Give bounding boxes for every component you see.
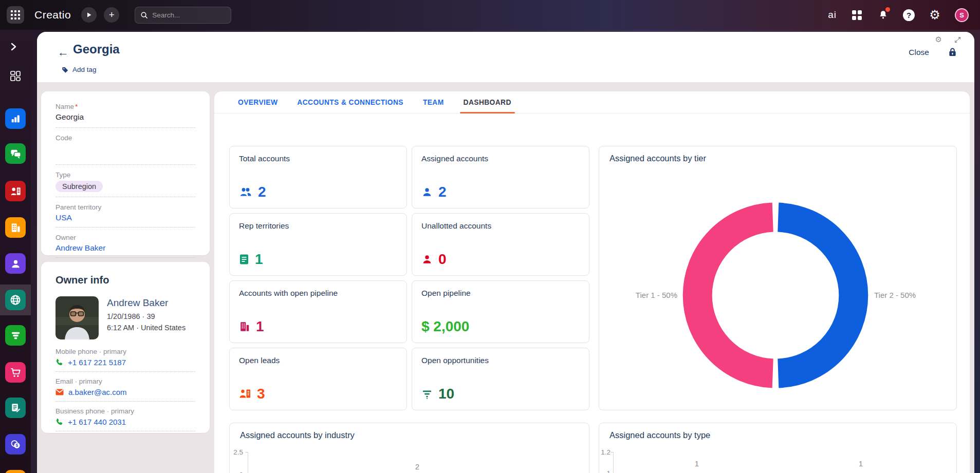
gear-icon: ⚙ [929,9,940,21]
bar-value-label: 1 [801,459,920,468]
workplaces-button[interactable] [850,9,863,21]
funnel-icon [421,388,433,400]
sidebar-item-contacts[interactable] [5,253,26,274]
donut-segment-tier2[interactable] [778,217,853,373]
sidebar-item-finance[interactable]: $ [5,434,26,455]
owner-photo [56,296,99,339]
metric-assigned-accounts: Assigned accounts 2 [412,146,589,209]
contact-mobile-phone: Mobile phone · primary +1 617 221 5187 [56,348,195,372]
add-tag-button[interactable]: Add tag [62,66,97,73]
metric-value: $ 2,000 [421,318,469,335]
sidebar-item-leads[interactable] [5,325,26,346]
question-icon: ? [907,11,911,20]
business-phone-link[interactable]: +1 617 440 2031 [68,418,126,426]
top-navbar: Creatio + ai ? ⚙ S [0,0,980,30]
donut-segment-tier1[interactable] [697,217,772,373]
app-sidebar: $ [0,30,31,473]
back-button[interactable]: ← [58,46,69,59]
metric-accounts-open-pipeline: Accounts with open pipeline 1 [229,280,407,343]
sidebar-item-territories[interactable] [5,290,26,310]
owner-link[interactable]: Andrew Baker [56,243,195,253]
cart-icon [10,367,22,379]
building-icon [239,321,250,332]
creatio-logo[interactable]: Creatio [34,9,71,21]
expand-icon[interactable] [954,36,961,43]
tab-bar: OVERVIEW ACCOUNTS & CONNECTIONS TEAM DAS… [214,91,970,113]
chart-assigned-accounts-by-tier: Assigned accounts by tier Tier 1 - 50% T… [599,146,957,410]
tab-team[interactable]: TEAM [423,91,444,113]
y-tick: 1.2 [597,448,611,456]
tick-mark [611,452,613,452]
metric-value: 2 [438,184,447,200]
owner-local-time: 6:12 AM · United States [107,324,186,332]
run-process-button[interactable] [81,7,97,23]
email-label: Email · primary [56,377,195,385]
y-axis [248,452,248,473]
user-avatar[interactable]: S [955,8,969,22]
donut-label-tier2: Tier 2 - 50% [874,291,916,299]
search-icon [140,11,148,19]
lock-button[interactable] [948,47,957,59]
email-icon [56,389,64,395]
email-link[interactable]: a.baker@ac.com [68,388,127,396]
donut-chart[interactable] [599,146,957,411]
record-header: ← Georgia Add tag ⚙ Close [37,32,974,82]
sidebar-item-workplaces[interactable] [10,70,21,84]
y-tick: 2.5 [230,448,243,456]
document-icon [239,254,249,265]
play-icon [86,12,92,18]
field-type[interactable]: Type Subregion [56,171,195,197]
page-settings-icon[interactable]: ⚙ [935,35,942,44]
code-value[interactable] [56,144,195,154]
owner-info-title: Owner info [56,274,195,286]
sidebar-item-accounts[interactable] [5,181,26,201]
name-value[interactable]: Georgia [56,112,195,123]
search-input[interactable] [152,11,224,19]
person-building-icon [10,185,22,197]
close-button[interactable]: Close [909,48,929,57]
sidebar-item-organization[interactable] [5,217,26,238]
metric-total-accounts: Total accounts 2 [229,146,407,209]
funnel-icon [10,330,22,342]
y-tick: 2 [230,471,243,473]
settings-button[interactable]: ⚙ [929,9,941,21]
record-tab-panel: OVERVIEW ACCOUNTS & CONNECTIONS TEAM DAS… [214,91,970,473]
metric-label: Accounts with open pipeline [239,289,397,298]
notifications-button[interactable] [877,9,889,21]
field-name[interactable]: Name* Georgia [56,103,195,128]
workspace-grid-icon [10,70,21,82]
metric-value: 3 [257,386,265,402]
tab-dashboard[interactable]: DASHBOARD [464,91,511,113]
sidebar-item-orders[interactable] [5,362,26,383]
owner-birthdate: 1/20/1986 · 39 [107,312,186,320]
phone-icon [56,418,63,426]
chevron-right-icon [10,43,17,51]
chart-title: Assigned accounts by industry [240,430,355,440]
field-parent-territory[interactable]: Parent territory USA [56,203,195,228]
sidebar-item-tasks[interactable] [5,398,26,418]
tab-overview[interactable]: OVERVIEW [238,91,278,113]
required-asterisk: * [75,103,78,110]
copilot-ai-button[interactable]: ai [828,9,837,21]
type-label: Type [56,171,195,179]
svg-text:$: $ [15,443,18,448]
mobile-phone-link[interactable]: +1 617 221 5187 [68,358,126,367]
sidebar-item-more[interactable] [5,470,26,473]
tab-accounts-connections[interactable]: ACCOUNTS & CONNECTIONS [297,91,403,113]
plus-icon: + [109,10,115,20]
parent-territory-link[interactable]: USA [56,213,195,222]
owner-label: Owner [56,234,195,241]
global-search[interactable] [135,7,231,24]
sidebar-expand-button[interactable] [10,43,17,53]
add-button[interactable]: + [104,7,119,23]
sidebar-item-analytics[interactable] [5,108,26,129]
add-tag-label: Add tag [72,66,97,73]
field-owner[interactable]: Owner Andrew Baker [56,234,195,258]
metric-label: Unallotted accounts [421,221,580,231]
sidebar-item-chats[interactable] [5,143,26,164]
metric-value: 0 [438,251,447,268]
field-code[interactable]: Code [56,134,195,165]
help-button[interactable]: ? [903,9,915,21]
owner-name: Andrew Baker [107,297,186,309]
app-launcher-button[interactable] [7,6,24,24]
